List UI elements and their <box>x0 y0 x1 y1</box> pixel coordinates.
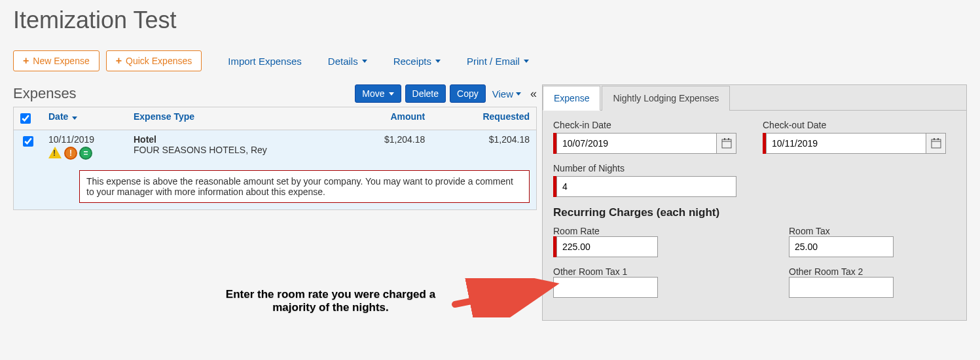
expense-warning-message: This expense is above the reasonable amo… <box>79 170 530 203</box>
copy-button[interactable]: Copy <box>450 84 486 103</box>
print-email-label: Print / Email <box>467 56 520 67</box>
row-requested: $1,204.18 <box>431 130 536 164</box>
calendar-button[interactable] <box>926 133 946 154</box>
import-expenses-link[interactable]: Import Expenses <box>228 56 302 67</box>
recurring-charges-heading: Recurring Charges (each night) <box>553 206 956 219</box>
move-label: Move <box>362 88 384 99</box>
new-expense-button[interactable]: + New Expense <box>13 50 100 71</box>
nights-label: Number of Nights <box>553 163 736 173</box>
calendar-button[interactable] <box>717 133 736 154</box>
quick-expenses-label: Quick Expenses <box>126 56 192 66</box>
chevron-down-icon <box>389 92 394 96</box>
sort-down-icon <box>72 117 77 120</box>
other-tax-2-input[interactable] <box>789 277 894 298</box>
delete-button[interactable]: Delete <box>405 84 446 103</box>
annotation-arrow-icon <box>452 278 563 317</box>
details-label: Details <box>328 56 358 67</box>
receipts-label: Receipts <box>393 56 431 67</box>
other-tax-1-label: Other Room Tax 1 <box>553 266 627 277</box>
calendar-icon <box>721 138 732 149</box>
new-expense-label: New Expense <box>33 56 89 66</box>
svg-rect-6 <box>934 138 935 140</box>
other-tax-2-label: Other Room Tax 2 <box>789 266 863 277</box>
move-button[interactable]: Move <box>355 84 401 103</box>
itemized-icon: = <box>79 147 92 160</box>
details-dropdown[interactable]: Details <box>328 56 367 67</box>
detail-panel: Expense Nightly Lodging Expenses Check-i… <box>542 84 967 321</box>
tab-nightly-lodging[interactable]: Nightly Lodging Expenses <box>602 86 730 111</box>
chevron-down-icon <box>362 60 367 63</box>
panel-collapse-icon[interactable]: « <box>530 87 537 101</box>
calendar-icon <box>931 138 941 149</box>
col-amount[interactable]: Amount <box>338 107 431 130</box>
main-toolbar: + New Expense + Quick Expenses Import Ex… <box>13 50 967 71</box>
room-tax-label: Room Tax <box>789 226 830 236</box>
chevron-down-icon <box>435 60 441 63</box>
checkout-label: Check-out Date <box>763 120 946 130</box>
print-email-dropdown[interactable]: Print / Email <box>467 56 529 67</box>
expenses-table: Date Expense Type Amount Requested 10/11… <box>13 107 537 210</box>
svg-rect-4 <box>932 139 941 148</box>
exception-icon: ! <box>64 147 77 160</box>
plus-icon: + <box>116 56 122 66</box>
receipts-dropdown[interactable]: Receipts <box>393 56 441 67</box>
svg-line-8 <box>455 286 547 304</box>
select-all-checkbox[interactable] <box>20 113 31 124</box>
row-expense-type: Hotel <box>134 134 331 145</box>
plus-icon: + <box>23 56 29 66</box>
col-date[interactable]: Date <box>42 107 127 130</box>
row-vendor: FOUR SEASONS HOTELS, Rey <box>134 145 331 155</box>
col-date-label: Date <box>48 111 68 122</box>
checkin-date-input[interactable] <box>556 133 717 154</box>
view-dropdown[interactable]: View <box>492 88 521 99</box>
page-title: Itemization Test <box>13 7 967 34</box>
warning-triangle-icon <box>48 147 62 158</box>
svg-rect-7 <box>937 138 939 140</box>
chevron-down-icon <box>516 92 521 96</box>
expenses-heading: Expenses <box>13 85 77 102</box>
col-requested[interactable]: Requested <box>431 107 536 130</box>
room-tax-input[interactable] <box>789 236 894 257</box>
checkout-date-input[interactable] <box>766 133 926 154</box>
table-row[interactable]: 10/11/2019 ! = Hotel FOUR SEASONS HOTELS… <box>14 130 537 164</box>
row-checkbox[interactable] <box>23 136 33 147</box>
svg-rect-0 <box>722 139 731 148</box>
svg-rect-2 <box>724 138 725 140</box>
col-type[interactable]: Expense Type <box>127 107 338 130</box>
chevron-down-icon <box>524 60 529 63</box>
quick-expenses-button[interactable]: + Quick Expenses <box>106 50 202 71</box>
number-of-nights-input[interactable] <box>556 176 736 197</box>
other-tax-1-input[interactable] <box>553 277 658 298</box>
row-amount: $1,204.18 <box>338 130 431 164</box>
view-label: View <box>492 88 513 99</box>
svg-rect-3 <box>728 138 729 140</box>
checkin-label: Check-in Date <box>553 120 736 130</box>
room-rate-label: Room Rate <box>553 226 600 236</box>
tab-expense[interactable]: Expense <box>543 86 600 111</box>
room-rate-input[interactable] <box>556 236 658 257</box>
row-date: 10/11/2019 <box>48 134 120 145</box>
annotation-callout: Enter the room rate you were charged a m… <box>209 288 452 314</box>
